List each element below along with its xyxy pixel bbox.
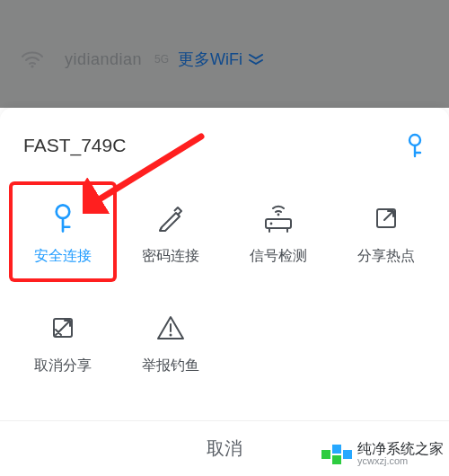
- unshare-icon: [43, 308, 83, 348]
- svg-point-1: [409, 135, 420, 145]
- action-report-phishing[interactable]: 举报钓鱼: [117, 291, 224, 392]
- sheet-header: FAST_749C: [0, 108, 449, 165]
- screen: yidiandian 5G 更多WiFi FAST_749C 安全连接: [0, 0, 449, 476]
- svg-rect-4: [266, 219, 291, 228]
- svg-point-5: [270, 222, 273, 225]
- share-icon: [366, 198, 406, 238]
- key-icon: [404, 133, 426, 158]
- svg-point-3: [277, 213, 280, 216]
- action-label: 信号检测: [250, 247, 307, 266]
- watermark-logo-icon: [321, 445, 352, 464]
- action-label: 分享热点: [357, 247, 415, 266]
- action-grid: 安全连接 密码连接 信号检测 分享热点: [0, 165, 449, 392]
- modal-scrim[interactable]: [0, 0, 449, 108]
- wifi-action-sheet: FAST_749C 安全连接 密码连接: [0, 108, 449, 476]
- key-icon: [43, 198, 83, 238]
- action-password-connect[interactable]: 密码连接: [117, 181, 224, 282]
- warning-icon: [151, 308, 190, 348]
- action-signal-test[interactable]: 信号检测: [224, 181, 332, 282]
- action-secure-connect[interactable]: 安全连接: [9, 181, 117, 282]
- action-label: 举报钓鱼: [142, 357, 199, 375]
- svg-point-2: [57, 205, 70, 218]
- watermark: 纯净系统之家 ycwxzj.com: [321, 442, 444, 467]
- sheet-title: FAST_749C: [23, 135, 126, 156]
- router-icon: [259, 198, 298, 238]
- svg-point-8: [170, 333, 172, 336]
- action-label: 密码连接: [142, 247, 199, 266]
- watermark-text: 纯净系统之家: [357, 442, 444, 457]
- watermark-url: ycwxzj.com: [357, 456, 444, 467]
- action-label: 安全连接: [34, 247, 92, 266]
- pencil-icon: [151, 198, 190, 238]
- action-cancel-share[interactable]: 取消分享: [9, 291, 117, 392]
- action-share-hotspot[interactable]: 分享热点: [332, 181, 440, 282]
- action-label: 取消分享: [34, 357, 92, 375]
- cancel-button[interactable]: 取消: [207, 436, 242, 461]
